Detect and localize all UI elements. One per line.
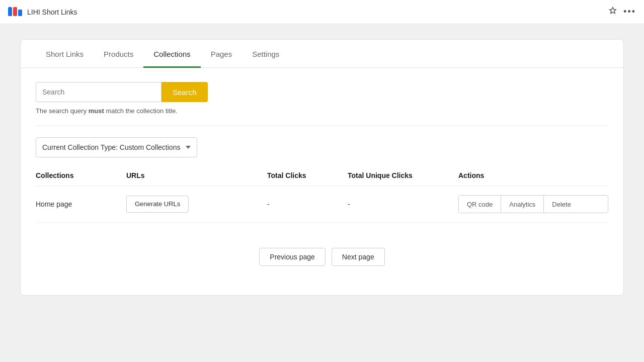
collection-type-select[interactable]: Current Collection Type: Custom Collecti…: [36, 137, 197, 157]
topbar: LIHI Short Links •••: [0, 0, 644, 24]
qr-code-button[interactable]: QR code: [459, 196, 501, 213]
actions-cell: QR code Analytics Delete: [458, 195, 608, 213]
analytics-button[interactable]: Analytics: [501, 196, 544, 213]
tab-short-links[interactable]: Short Links: [36, 40, 94, 68]
card-content: Search The search query must match the c…: [21, 68, 623, 295]
search-row: Search: [36, 82, 608, 102]
previous-page-button[interactable]: Previous page: [259, 248, 326, 266]
divider: [36, 126, 608, 126]
next-page-button[interactable]: Next page: [332, 248, 385, 266]
search-input[interactable]: [36, 82, 162, 102]
actions-group: QR code Analytics Delete: [458, 195, 608, 213]
tab-settings[interactable]: Settings: [242, 40, 289, 68]
search-button[interactable]: Search: [162, 82, 208, 102]
svg-rect-1: [13, 7, 17, 16]
tab-collections[interactable]: Collections: [143, 40, 200, 68]
tabs-container: Short Links Products Collections Pages S…: [21, 40, 623, 68]
urls-cell: Generate URLs: [126, 196, 267, 213]
more-options-icon[interactable]: •••: [623, 7, 636, 17]
search-hint: The search query must match the collecti…: [36, 107, 608, 115]
total-clicks-cell: -: [267, 200, 348, 208]
header-collections: Collections: [36, 171, 126, 179]
collection-name: Home page: [36, 200, 126, 208]
delete-button[interactable]: Delete: [544, 196, 579, 213]
logo-mark: [8, 7, 22, 17]
topbar-right: •••: [608, 7, 636, 18]
tab-products[interactable]: Products: [94, 40, 143, 68]
topbar-left: LIHI Short Links: [8, 7, 77, 17]
pin-icon[interactable]: [608, 7, 617, 18]
app-title: LIHI Short Links: [27, 8, 77, 16]
svg-rect-0: [8, 7, 12, 16]
table-header: Collections URLs Total Clicks Total Uniq…: [36, 171, 608, 186]
header-actions: Actions: [458, 171, 608, 179]
dropdown-row: Current Collection Type: Custom Collecti…: [36, 137, 608, 157]
svg-rect-2: [18, 10, 22, 16]
header-urls: URLs: [126, 171, 267, 179]
table-row: Home page Generate URLs - - QR code Anal…: [36, 186, 608, 223]
pagination: Previous page Next page: [36, 248, 608, 281]
generate-urls-button[interactable]: Generate URLs: [126, 196, 189, 213]
header-unique-clicks: Total Unique Clicks: [348, 171, 458, 179]
header-total-clicks: Total Clicks: [267, 171, 348, 179]
total-unique-clicks-cell: -: [348, 200, 458, 208]
logo-icon: [8, 7, 22, 17]
main-card: Short Links Products Collections Pages S…: [20, 39, 624, 296]
tab-pages[interactable]: Pages: [201, 40, 243, 68]
page-body: Short Links Products Collections Pages S…: [0, 24, 644, 311]
